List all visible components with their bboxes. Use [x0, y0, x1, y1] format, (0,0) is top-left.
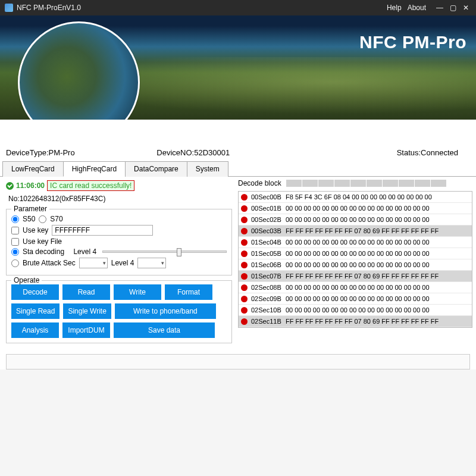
- sector-row[interactable]: 01Sec04B00 00 00 00 00 00 00 00 00 00 00…: [239, 237, 472, 248]
- analysis-button[interactable]: Analysis: [11, 322, 59, 338]
- status-footer: [6, 354, 470, 369]
- single-read-button[interactable]: Single Read: [11, 303, 60, 319]
- sector-row[interactable]: 01Sec07BFF FF FF FF FF FF FF 07 80 69 FF…: [239, 271, 472, 282]
- close-button[interactable]: ✕: [461, 2, 471, 13]
- label-s70: S70: [50, 215, 62, 223]
- success-icon: [6, 182, 14, 190]
- hex-bytes: 00 00 00 00 00 00 00 00 00 00 00 00 00 0…: [286, 205, 430, 212]
- operate-group: Operate Decode Read Write Format Single …: [6, 280, 232, 343]
- radio-s70[interactable]: [39, 215, 46, 223]
- sector-id: 00Sec03B: [251, 227, 286, 234]
- sector-row[interactable]: 00Sec01B00 00 00 00 00 00 00 00 00 00 00…: [239, 203, 472, 214]
- status-dot-icon: [241, 273, 248, 280]
- sector-row[interactable]: 02Sec08B00 00 00 00 00 00 00 00 00 00 00…: [239, 282, 472, 293]
- hex-bytes: 00 00 00 00 00 00 00 00 00 00 00 00 00 0…: [286, 295, 430, 302]
- sector-row[interactable]: 01Sec06B00 00 00 00 00 00 00 00 00 00 00…: [239, 259, 472, 271]
- block-cell: [350, 180, 366, 187]
- hex-bytes: FF FF FF FF FF FF FF 07 80 69 FF FF FF F…: [286, 227, 439, 234]
- hex-bytes: FF FF FF FF FF FF FF 07 80 69 FF FF FF F…: [286, 273, 439, 280]
- sector-row[interactable]: 00Sec02B00 00 00 00 00 00 00 00 00 00 00…: [239, 214, 472, 226]
- sector-id: 02Sec10B: [251, 306, 286, 314]
- menu-about[interactable]: About: [408, 4, 426, 12]
- hex-bytes: 00 00 00 00 00 00 00 00 00 00 00 00 00 0…: [286, 306, 430, 314]
- sector-row[interactable]: 01Sec05B00 00 00 00 00 00 00 00 00 00 00…: [239, 248, 472, 259]
- device-status-bar: DeviceType:PM-Pro DeviceNO:52D30001 Stat…: [0, 120, 476, 161]
- sector-row[interactable]: 00Sec03BFF FF FF FF FF FF FF 07 80 69 FF…: [239, 226, 472, 237]
- block-cell: [302, 180, 318, 187]
- single-write-button[interactable]: Single Write: [63, 303, 111, 319]
- app-title: NFC PM-ProEnV1.0: [17, 4, 81, 12]
- format-button[interactable]: Format: [165, 284, 212, 300]
- sector-row[interactable]: 02Sec09B00 00 00 00 00 00 00 00 00 00 00…: [239, 293, 472, 305]
- deviceno-value: 52D30001: [194, 148, 230, 157]
- status-dot-icon: [241, 217, 248, 223]
- devicetype-value: PM-Pro: [49, 148, 75, 157]
- level-slider[interactable]: [102, 250, 227, 253]
- block-cell: [286, 180, 302, 187]
- status-dot-icon: [241, 296, 248, 302]
- sector-id: 01Sec05B: [251, 250, 286, 257]
- checkbox-use-key-file[interactable]: [11, 238, 19, 246]
- status-dot-icon: [241, 307, 248, 314]
- maximize-button[interactable]: ▢: [447, 2, 458, 13]
- sector-id: 01Sec07B: [251, 273, 286, 280]
- avatar-image: [18, 21, 140, 120]
- status-dot-icon: [241, 228, 248, 234]
- read-status-line: 11:06:00 IC card read successfully!: [6, 179, 232, 192]
- sector-row[interactable]: 02Sec10B00 00 00 00 00 00 00 00 00 00 00…: [239, 305, 472, 316]
- log-message: IC card read successfully!: [47, 180, 134, 191]
- hex-bytes: FF FF FF FF FF FF FF 07 80 69 FF FF FF F…: [286, 318, 439, 325]
- hex-bytes: 00 00 00 00 00 00 00 00 00 00 00 00 00 0…: [286, 239, 430, 246]
- import-dump-button[interactable]: ImportDUM: [62, 322, 110, 338]
- menu-help[interactable]: Help: [387, 4, 402, 12]
- label-level4-a: Level 4: [73, 248, 96, 256]
- key-input[interactable]: [52, 225, 153, 236]
- sector-row[interactable]: 02Sec11BFF FF FF FF FF FF FF 07 80 69 FF…: [239, 316, 472, 327]
- block-cell: [383, 180, 398, 187]
- parameter-legend: Parameter: [11, 205, 49, 213]
- read-button[interactable]: Read: [62, 284, 110, 300]
- block-cell: [318, 180, 334, 187]
- write-phone-button[interactable]: Write to phone/band: [115, 303, 216, 319]
- status-dot-icon: [241, 205, 248, 212]
- sector-id: 02Sec11B: [251, 318, 286, 325]
- hex-bytes: F8 5F F4 3C 6F 08 04 00 00 00 00 00 00 0…: [286, 193, 432, 201]
- tab-bar: LowFreqCard HighFreqCard DataCompare Sys…: [0, 161, 476, 177]
- label-use-key: Use key: [23, 226, 48, 234]
- sector-id: 02Sec08B: [251, 284, 286, 291]
- block-cell: [367, 180, 382, 187]
- operate-legend: Operate: [11, 276, 42, 284]
- save-data-button[interactable]: Save data: [114, 322, 215, 338]
- hex-bytes: 00 00 00 00 00 00 00 00 00 00 00 00 00 0…: [286, 284, 430, 291]
- status-dot-icon: [241, 194, 248, 201]
- label-sta-decoding: Sta decoding: [23, 248, 64, 256]
- tab-content: 11:06:00 IC card read successfully! No:1…: [0, 177, 476, 354]
- right-panel: Decode block 00Sec00BF8 5F F4 3C 6F 08 0…: [232, 179, 472, 348]
- radio-sta-decoding[interactable]: [11, 248, 19, 256]
- tab-lowfreqcard[interactable]: LowFreqCard: [2, 161, 64, 177]
- app-window: NFC PM-ProEnV1.0 Help About — ▢ ✕ NFC PM…: [0, 0, 476, 369]
- sector-id: 01Sec04B: [251, 239, 286, 246]
- left-panel: 11:06:00 IC card read successfully! No:1…: [6, 179, 232, 348]
- block-cell: [399, 180, 414, 187]
- slider-thumb[interactable]: [177, 248, 181, 256]
- decode-button[interactable]: Decode: [11, 284, 59, 300]
- label-level4-b: Level 4: [111, 259, 134, 267]
- sector-id: 00Sec02B: [251, 216, 286, 223]
- checkbox-use-key[interactable]: [11, 227, 19, 234]
- tab-highfreqcard[interactable]: HighFreqCard: [63, 161, 126, 177]
- banner-title: NFC PM-Pro: [359, 32, 466, 52]
- brute-level-select[interactable]: ▾: [137, 258, 166, 268]
- radio-s50[interactable]: [11, 215, 19, 223]
- sector-id: 00Sec00B: [251, 193, 286, 201]
- sector-id: 00Sec01B: [251, 205, 286, 212]
- sector-row[interactable]: 00Sec00BF8 5F F4 3C 6F 08 04 00 00 00 00…: [239, 192, 472, 203]
- write-button[interactable]: Write: [114, 284, 161, 300]
- radio-brute-attack[interactable]: [11, 259, 19, 267]
- minimize-button[interactable]: —: [434, 2, 445, 13]
- brute-sec-select[interactable]: ▾: [79, 258, 108, 268]
- tab-system[interactable]: System: [187, 161, 228, 177]
- banner: NFC PM-Pro: [0, 15, 476, 120]
- sector-data-grid[interactable]: 00Sec00BF8 5F F4 3C 6F 08 04 00 00 00 00…: [238, 191, 472, 328]
- tab-datacompare[interactable]: DataCompare: [125, 161, 187, 177]
